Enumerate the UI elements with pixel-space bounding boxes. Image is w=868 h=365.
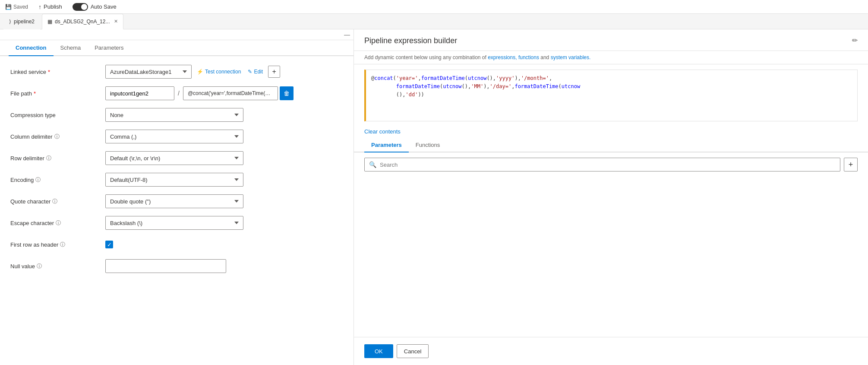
null-value-row: Null value ⓘ (10, 259, 343, 273)
null-value-input[interactable] (105, 259, 226, 273)
null-value-info-icon: ⓘ (37, 263, 42, 270)
search-icon: 🔍 (369, 161, 376, 168)
tab-schema[interactable]: Schema (54, 40, 88, 56)
connection-tabs: Connection Schema Parameters (0, 40, 354, 56)
compression-type-label: Compression type (10, 112, 105, 118)
row-delimiter-label: Row delimiter ⓘ (10, 155, 105, 162)
file-path-required: * (34, 90, 36, 97)
compression-type-row: Compression type None (10, 108, 343, 122)
top-bar: 💾 Saved ↑ Publish Auto Save (0, 0, 868, 14)
expression-tabs: Parameters Functions (354, 138, 868, 152)
dynamic-content-button[interactable]: @concat('year=',formatDateTime(utc... (183, 86, 278, 100)
file-path-group: / @concat('year=',formatDateTime(utc... … (105, 86, 343, 100)
linked-service-row: Linked service * AzureDataLakeStorage1 ⚡… (10, 65, 343, 79)
saved-indicator: 💾 Saved (5, 4, 28, 10)
add-parameter-button[interactable]: + (844, 158, 858, 171)
publish-icon: ↑ (38, 3, 41, 10)
search-input[interactable] (380, 162, 836, 168)
escape-character-label: Escape character ⓘ (10, 219, 105, 227)
quote-character-label: Quote character ⓘ (10, 198, 105, 205)
compression-type-control: None (105, 108, 243, 122)
column-delimiter-row: Column delimiter ⓘ Comma (,) (10, 130, 343, 143)
escape-character-row: Escape character ⓘ Backslash (\) (10, 216, 343, 230)
dataset-icon: ▦ (47, 19, 52, 25)
minimize-button[interactable]: — (344, 31, 350, 38)
row-delimiter-row: Row delimiter ⓘ Default (\r,\n, or \r\n) (10, 151, 343, 165)
file-path-label: File path * (10, 90, 105, 97)
encoding-control: Default(UTF-8) (105, 173, 243, 187)
tab-ds-adlsg2[interactable]: ▦ ds_ADLSG2_QnA_12... ✕ (42, 14, 123, 29)
minimize-bar: — (0, 29, 354, 40)
required-marker: * (48, 69, 50, 75)
functions-link[interactable]: functions (518, 54, 539, 60)
first-row-header-info-icon: ⓘ (60, 241, 65, 248)
row-delimiter-info-icon: ⓘ (46, 155, 51, 162)
file-path-container-input[interactable] (105, 86, 174, 100)
parameters-content (354, 177, 868, 337)
ok-button[interactable]: OK (364, 344, 393, 358)
linked-service-group: AzureDataLakeStorage1 ⚡ Test connection … (105, 65, 280, 79)
linked-service-label: Linked service * (10, 69, 105, 75)
file-path-row: File path * / @concat('year=',formatDate… (10, 86, 343, 100)
panel-edit-icon[interactable]: ✏ (852, 36, 858, 44)
null-value-label: Null value ⓘ (10, 263, 105, 270)
trash-icon: 🗑 (284, 90, 290, 97)
linked-service-dropdown[interactable]: AzureDataLakeStorage1 (105, 65, 192, 79)
edit-linked-service-button[interactable]: ✎ Edit (246, 67, 265, 76)
encoding-dropdown[interactable]: Default(UTF-8) (105, 173, 243, 187)
saved-label: Saved (13, 4, 28, 10)
escape-character-info-icon: ⓘ (56, 219, 61, 227)
expressions-link[interactable]: expressions, (488, 54, 517, 60)
tab-bar: ⟩ pipeline2 ▦ ds_ADLSG2_QnA_12... ✕ (0, 14, 868, 29)
search-area: 🔍 + (354, 152, 868, 177)
column-delimiter-dropdown[interactable]: Comma (,) (105, 130, 243, 143)
cancel-button[interactable]: Cancel (397, 344, 429, 358)
form-area: Linked service * AzureDataLakeStorage1 ⚡… (0, 56, 354, 365)
tab-params[interactable]: Parameters (364, 138, 409, 152)
tab-close-button[interactable]: ✕ (114, 19, 118, 24)
pencil-icon: ✎ (248, 69, 252, 75)
first-row-header-label: First row as header ⓘ (10, 241, 105, 248)
tab-pipeline2[interactable]: ⟩ pipeline2 (3, 14, 40, 29)
tab-pipeline2-label: pipeline2 (14, 19, 35, 25)
escape-character-dropdown[interactable]: Backslash (\) (105, 216, 243, 230)
path-separator: / (176, 90, 181, 97)
encoding-row: Encoding ⓘ Default(UTF-8) (10, 173, 343, 187)
panel-header: Pipeline expression builder ✏ (354, 29, 868, 51)
test-connection-button[interactable]: ⚡ Test connection (195, 67, 243, 76)
pipeline-icon: ⟩ (9, 19, 11, 25)
toggle-track[interactable] (73, 3, 88, 11)
quote-character-info-icon: ⓘ (52, 198, 57, 205)
add-linked-service-button[interactable]: + (268, 66, 280, 78)
tab-functions[interactable]: Functions (409, 138, 447, 152)
system-variables-link[interactable]: system variables. (551, 54, 591, 60)
quote-character-control: Double quote (") (105, 194, 243, 208)
escape-character-control: Backslash (\) (105, 216, 243, 230)
toggle-thumb (81, 4, 87, 10)
column-delimiter-info-icon: ⓘ (54, 133, 60, 140)
tab-ds-label: ds_ADLSG2_QnA_12... (55, 19, 110, 25)
clear-contents-button[interactable]: Clear contents (364, 128, 858, 135)
quote-character-dropdown[interactable]: Double quote (") (105, 194, 243, 208)
expression-editor[interactable]: @concat('year=',formatDateTime(utcnow(),… (364, 70, 858, 121)
quote-character-row: Quote character ⓘ Double quote (") (10, 194, 343, 208)
tab-connection[interactable]: Connection (9, 40, 54, 56)
first-row-header-row: First row as header ⓘ ✓ (10, 238, 343, 251)
publish-button[interactable]: ↑ Publish (35, 2, 66, 12)
search-box: 🔍 (364, 158, 840, 171)
delete-dynamic-content-button[interactable]: 🗑 (280, 86, 294, 100)
wifi-icon: ⚡ (197, 69, 203, 75)
row-delimiter-dropdown[interactable]: Default (\r,\n, or \r\n) (105, 151, 243, 165)
tab-parameters[interactable]: Parameters (88, 40, 130, 56)
auto-save-label: Auto Save (91, 3, 117, 10)
left-panel: — Connection Schema Parameters Linked se… (0, 29, 354, 365)
bottom-buttons: OK Cancel (354, 337, 868, 365)
main-layout: — Connection Schema Parameters Linked se… (0, 29, 868, 365)
first-row-header-checkbox[interactable]: ✓ (105, 241, 113, 248)
column-delimiter-label: Column delimiter ⓘ (10, 133, 105, 140)
encoding-label: Encoding ⓘ (10, 176, 105, 184)
auto-save-toggle[interactable]: Auto Save (73, 3, 117, 11)
row-delimiter-control: Default (\r,\n, or \r\n) (105, 151, 243, 165)
panel-subtitle: Add dynamic content below using any comb… (354, 51, 868, 64)
compression-type-dropdown[interactable]: None (105, 108, 243, 122)
